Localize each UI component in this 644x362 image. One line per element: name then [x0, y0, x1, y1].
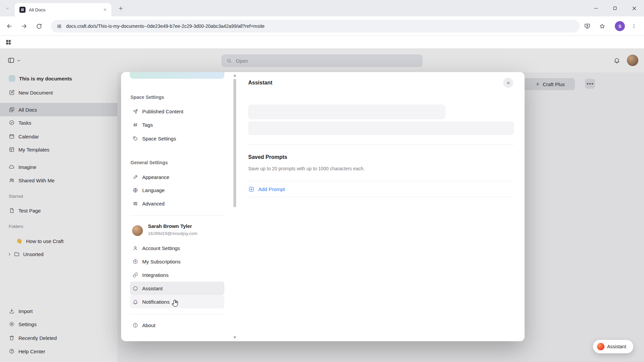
user-email: 16289d19@moodjoy.com: [148, 231, 197, 236]
nav-item-integrations[interactable]: Integrations: [130, 268, 224, 282]
assistant-button-label: Assistant: [607, 344, 626, 349]
loading-skeleton-block: [248, 105, 445, 119]
bookmarks-bar: [0, 36, 644, 49]
nav-item-advanced[interactable]: Advanced: [130, 197, 224, 210]
user-avatar-small[interactable]: [132, 225, 143, 236]
craft-favicon: [19, 7, 25, 13]
bookmark-star-icon[interactable]: [595, 19, 609, 33]
scrollbar-thumb[interactable]: [233, 79, 236, 207]
assistant-logo-icon: [597, 343, 604, 350]
nav-divider: [130, 216, 224, 216]
tab-search-button[interactable]: [3, 4, 11, 12]
assistant-floating-button[interactable]: Assistant: [593, 340, 633, 353]
scrollbar-down-arrow[interactable]: [233, 337, 236, 339]
subscriptions-icon: [132, 259, 138, 264]
add-prompt-button[interactable]: Add Prompt: [248, 181, 514, 197]
nav-item-space-settings[interactable]: Space Settings: [130, 132, 224, 145]
paintbrush-icon: [132, 174, 138, 180]
site-info-icon[interactable]: [56, 23, 62, 29]
browser-menu-icon[interactable]: [628, 19, 640, 33]
assistant-circle-icon: [132, 286, 138, 291]
new-tab-button[interactable]: [116, 4, 125, 13]
link-icon: [132, 272, 138, 278]
globe-icon: [132, 187, 138, 193]
general-settings-header: General Settings: [130, 158, 168, 167]
browser-profile-avatar[interactable]: S: [615, 21, 625, 31]
scrollbar-up-arrow[interactable]: [233, 74, 236, 76]
hash-icon: [132, 122, 138, 128]
tag-icon: [132, 136, 138, 141]
workspace-card-partial[interactable]: [130, 72, 224, 79]
plus-square-icon: [248, 186, 255, 192]
url-text: docs.craft.do/s/This-is-my-documents--0d…: [66, 23, 265, 29]
forward-button[interactable]: [17, 19, 31, 33]
person-icon: [132, 245, 138, 251]
tab-close-icon[interactable]: [102, 7, 108, 13]
nav-item-language[interactable]: Language: [130, 183, 224, 197]
nav-divider: [130, 314, 224, 314]
bell-icon: [132, 299, 138, 305]
browser-toolbar: docs.craft.do/s/This-is-my-documents--0d…: [0, 16, 644, 36]
saved-prompts-description: Save up to 20 prompts with up to 1000 ch…: [248, 166, 365, 172]
published-content-icon: [132, 109, 138, 114]
nav-item-published-content[interactable]: Published Content: [130, 105, 224, 118]
space-settings-header: Space Settings: [130, 93, 164, 102]
window-maximize-button[interactable]: [605, 0, 624, 16]
address-bar[interactable]: docs.craft.do/s/This-is-my-documents--0d…: [51, 20, 580, 33]
install-app-icon[interactable]: [581, 19, 594, 33]
nav-item-assistant[interactable]: Assistant: [130, 282, 224, 295]
browser-tab[interactable]: All Docs: [15, 3, 111, 16]
profile-initial: S: [619, 24, 622, 29]
apps-grid-icon[interactable]: [5, 39, 11, 45]
reload-button[interactable]: [32, 19, 46, 33]
browser-tab-strip: All Docs: [0, 0, 644, 16]
nav-item-account-settings[interactable]: Account Settings: [130, 241, 224, 255]
sliders-icon: [132, 201, 138, 206]
modal-close-button[interactable]: [503, 78, 513, 88]
nav-item-appearance[interactable]: Appearance: [130, 170, 224, 184]
nav-item-about[interactable]: About: [130, 318, 224, 332]
nav-item-tags[interactable]: Tags: [130, 118, 224, 131]
nav-item-my-subscriptions[interactable]: My Subscriptions: [130, 255, 224, 268]
tab-title: All Docs: [29, 7, 99, 12]
modal-title: Assistant: [248, 79, 272, 86]
back-button[interactable]: [3, 19, 16, 33]
loading-skeleton-block: [248, 121, 514, 135]
saved-prompts-title: Saved Prompts: [248, 154, 287, 161]
nav-item-notifications[interactable]: Notifications: [130, 295, 224, 308]
user-name: Sarah Brown Tyler: [148, 223, 192, 229]
window-close-button[interactable]: [624, 0, 644, 16]
info-icon: [132, 322, 138, 328]
settings-modal: Space Settings Published Content Tags Sp…: [121, 72, 525, 341]
window-minimize-button[interactable]: [587, 0, 605, 16]
content-divider: [248, 144, 514, 145]
